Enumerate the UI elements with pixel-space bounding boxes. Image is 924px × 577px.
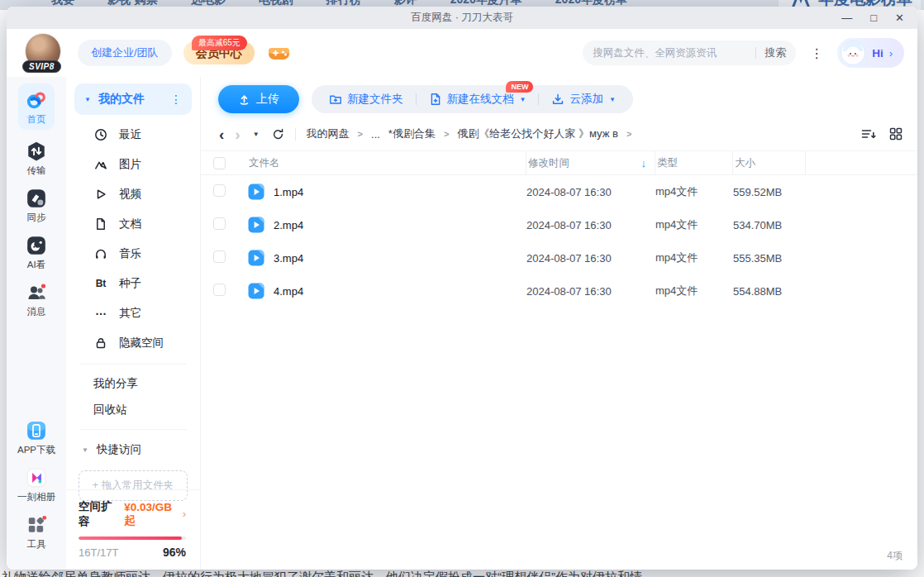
storage-progress-bar [79, 536, 186, 540]
search-divider [755, 47, 756, 59]
nav-item-torrents[interactable]: Bt 种子 [66, 269, 200, 298]
rail-item-photo-album[interactable]: 一刻相册 [17, 467, 55, 503]
file-time: 2024-08-07 16:30 [526, 186, 655, 198]
nav-item-recent[interactable]: 最近 [66, 120, 200, 150]
more-menu-icon[interactable]: ⋮ [808, 45, 825, 61]
nav-item-other[interactable]: ⋯ 其它 [66, 298, 200, 328]
storage-price[interactable]: ¥0.03/GB起 [124, 501, 178, 528]
file-name[interactable]: 2.mp4 [274, 219, 303, 231]
divider [295, 128, 296, 141]
rail-item-transfer[interactable]: 传输 [26, 141, 47, 177]
nav-item-hidden-space[interactable]: 隐藏空间 [66, 328, 200, 358]
breadcrumb-item[interactable]: 我的网盘 [307, 126, 350, 141]
bt-icon: Bt [93, 278, 108, 289]
new-badge: NEW [506, 81, 533, 93]
user-avatar[interactable]: SVIP8 [25, 33, 63, 73]
rail-label: 一刻相册 [17, 491, 55, 503]
video-file-icon [247, 249, 265, 267]
lock-icon [93, 336, 108, 350]
breadcrumb-ellipsis[interactable]: ... [371, 128, 380, 141]
rail-item-messages[interactable]: 消息 [26, 282, 47, 318]
file-type: mp4文件 [655, 217, 733, 232]
nav-item-videos[interactable]: 视频 [66, 179, 200, 209]
grid-view-icon[interactable] [889, 127, 903, 141]
file-name[interactable]: 3.mp4 [274, 252, 303, 265]
cloud-add-icon [551, 93, 564, 106]
cloud-add-button[interactable]: 云添加 ▼ [539, 92, 627, 107]
nav-item-label: 种子 [119, 276, 141, 291]
forward-button[interactable]: › [235, 126, 240, 142]
row-checkbox[interactable] [213, 250, 226, 263]
window-title: 百度网盘 · 刀刀大表哥 [411, 11, 513, 25]
tools-icon [26, 514, 47, 536]
create-team-button[interactable]: 创建企业/团队 [78, 40, 172, 66]
row-checkbox[interactable] [213, 217, 226, 230]
breadcrumb-item[interactable]: 俄剧《给老公找个好人家 》муж в [457, 126, 618, 141]
left-icon-rail: 首页 传输 同步 AI看 [7, 77, 66, 570]
maximize-button[interactable]: □ [870, 12, 877, 23]
search-input[interactable] [593, 47, 747, 59]
row-checkbox[interactable] [213, 284, 226, 296]
game-center-icon[interactable] [268, 45, 290, 62]
table-row[interactable]: 2.mp4 2024-08-07 16:30 mp4文件 534.70MB [201, 208, 917, 241]
column-header-name[interactable]: 文件名 [247, 151, 526, 174]
table-row[interactable]: 3.mp4 2024-08-07 16:30 mp4文件 555.35MB [201, 241, 917, 274]
nav-item-images[interactable]: 图片 [66, 150, 200, 179]
file-time: 2024-08-07 16:30 [526, 285, 655, 298]
close-button[interactable]: ✕ [895, 12, 904, 23]
clock-icon [93, 128, 108, 141]
divider [79, 364, 187, 365]
nav-item-my-shares[interactable]: 我的分享 [66, 370, 200, 397]
rail-item-tools[interactable]: 工具 [26, 514, 47, 551]
rail-item-sync[interactable]: 同步 [26, 188, 47, 224]
transfer-icon [26, 141, 47, 162]
upload-icon [238, 93, 250, 106]
app-header: SVIP8 创建企业/团队 会员中心 最高减65元 搜索 ⋮ Hi › [7, 29, 917, 77]
back-button[interactable]: ‹ [219, 126, 224, 142]
minimize-button[interactable]: — [841, 12, 852, 23]
table-row[interactable]: 1.mp4 2024-08-07 16:30 mp4文件 559.52MB [201, 175, 917, 208]
nav-item-documents[interactable]: 文档 [66, 209, 200, 239]
new-folder-button[interactable]: 新建文件夹 [317, 92, 416, 107]
breadcrumb-separator: > [444, 129, 449, 139]
rail-item-home[interactable]: 首页 [18, 83, 55, 130]
breadcrumb-item[interactable]: *俄剧合集 [388, 126, 436, 141]
select-all-checkbox[interactable] [213, 157, 226, 169]
file-nav-panel: ▼ 我的文件 ⋮ 最近 图片 视频 文档 [66, 77, 201, 570]
history-caret-icon[interactable]: ▼ [253, 131, 260, 138]
new-doc-icon [429, 93, 442, 106]
upload-button[interactable]: 上传 [218, 85, 299, 113]
new-folder-label: 新建文件夹 [347, 92, 403, 107]
nav-item-recycle-bin[interactable]: 回收站 [66, 397, 200, 423]
file-size: 559.52MB [733, 186, 806, 198]
svip-badge: SVIP8 [22, 60, 61, 73]
file-name[interactable]: 1.mp4 [274, 186, 303, 198]
refresh-button[interactable] [272, 128, 284, 141]
caret-down-icon: ▼ [520, 96, 526, 103]
nav-item-label: 视频 [119, 187, 141, 202]
rail-label: 消息 [27, 306, 46, 318]
chevron-right-icon: › [183, 508, 186, 520]
search-button[interactable]: 搜索 [764, 45, 786, 60]
sort-order-icon[interactable] [861, 127, 876, 141]
rail-label: 工具 [27, 538, 46, 551]
row-checkbox[interactable] [213, 184, 226, 197]
nav-quick-access[interactable]: ▼ 快捷访问 [66, 436, 200, 464]
file-name[interactable]: 4.mp4 [274, 285, 303, 298]
nav-my-files[interactable]: ▼ 我的文件 ⋮ [74, 83, 192, 115]
nav-item-music[interactable]: 音乐 [66, 239, 200, 269]
table-row[interactable]: 4.mp4 2024-08-07 16:30 mp4文件 554.88MB [201, 274, 917, 308]
rail-item-app-download[interactable]: APP下载 [17, 420, 55, 456]
rail-label: 传输 [27, 165, 46, 177]
rail-item-ai-view[interactable]: AI看 [26, 235, 47, 271]
column-header-type[interactable]: 类型 [655, 151, 733, 174]
rail-label: APP下载 [17, 444, 55, 456]
sync-icon [26, 188, 47, 209]
column-header-size[interactable]: 大小 [733, 151, 806, 174]
ai-assistant-button[interactable]: Hi › [837, 38, 904, 68]
play-icon [93, 188, 108, 201]
storage-panel: 空间扩容 ¥0.03/GB起 › 16T/17T 96% [66, 489, 200, 570]
new-online-doc-button[interactable]: NEW 新建在线文档 ▼ [417, 92, 539, 107]
column-header-time[interactable]: 修改时间 ↓ [526, 151, 655, 174]
more-options-icon[interactable]: ⋮ [170, 93, 182, 106]
